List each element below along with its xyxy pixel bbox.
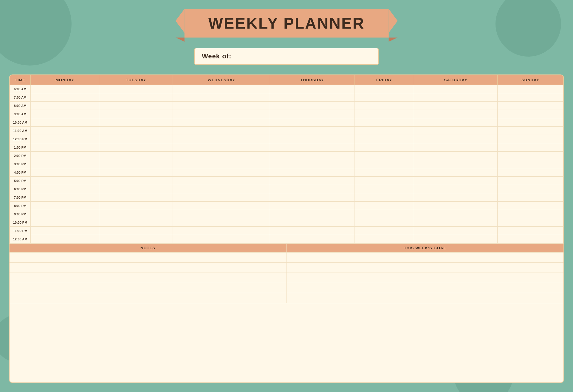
schedule-cell[interactable]	[414, 143, 498, 152]
goals-line-5[interactable]	[286, 293, 563, 303]
schedule-cell[interactable]	[31, 202, 99, 210]
schedule-cell[interactable]	[173, 135, 270, 143]
schedule-cell[interactable]	[414, 177, 498, 185]
schedule-cell[interactable]	[414, 135, 498, 143]
schedule-cell[interactable]	[173, 210, 270, 218]
schedule-cell[interactable]	[99, 160, 173, 168]
goals-line-4[interactable]	[286, 283, 563, 293]
schedule-cell[interactable]	[31, 185, 99, 193]
schedule-cell[interactable]	[354, 93, 414, 102]
schedule-cell[interactable]	[414, 235, 498, 243]
schedule-cell[interactable]	[414, 118, 498, 127]
schedule-cell[interactable]	[99, 177, 173, 185]
schedule-cell[interactable]	[173, 118, 270, 127]
schedule-cell[interactable]	[498, 93, 563, 102]
schedule-cell[interactable]	[270, 193, 354, 202]
schedule-cell[interactable]	[99, 168, 173, 177]
schedule-cell[interactable]	[99, 235, 173, 243]
schedule-cell[interactable]	[498, 85, 563, 93]
schedule-cell[interactable]	[354, 193, 414, 202]
schedule-cell[interactable]	[498, 185, 563, 193]
schedule-cell[interactable]	[99, 127, 173, 135]
schedule-cell[interactable]	[270, 85, 354, 93]
schedule-cell[interactable]	[270, 143, 354, 152]
schedule-cell[interactable]	[354, 118, 414, 127]
schedule-cell[interactable]	[354, 235, 414, 243]
schedule-cell[interactable]	[173, 152, 270, 160]
schedule-cell[interactable]	[270, 168, 354, 177]
schedule-cell[interactable]	[270, 210, 354, 218]
schedule-cell[interactable]	[498, 110, 563, 118]
schedule-cell[interactable]	[354, 202, 414, 210]
schedule-cell[interactable]	[270, 235, 354, 243]
schedule-cell[interactable]	[270, 202, 354, 210]
schedule-cell[interactable]	[31, 218, 99, 227]
schedule-cell[interactable]	[31, 85, 99, 93]
schedule-cell[interactable]	[99, 218, 173, 227]
week-of-box[interactable]: Week of:	[194, 48, 379, 65]
schedule-cell[interactable]	[354, 227, 414, 235]
schedule-cell[interactable]	[99, 110, 173, 118]
goals-line-2[interactable]	[286, 263, 563, 273]
schedule-cell[interactable]	[354, 102, 414, 110]
schedule-cell[interactable]	[173, 168, 270, 177]
schedule-cell[interactable]	[414, 168, 498, 177]
schedule-cell[interactable]	[99, 85, 173, 93]
notes-line-1[interactable]	[10, 253, 286, 263]
schedule-cell[interactable]	[173, 185, 270, 193]
schedule-cell[interactable]	[414, 85, 498, 93]
schedule-cell[interactable]	[270, 135, 354, 143]
goals-line-3[interactable]	[286, 273, 563, 283]
schedule-cell[interactable]	[414, 210, 498, 218]
schedule-cell[interactable]	[498, 210, 563, 218]
schedule-cell[interactable]	[498, 152, 563, 160]
schedule-cell[interactable]	[173, 102, 270, 110]
schedule-cell[interactable]	[31, 93, 99, 102]
schedule-cell[interactable]	[354, 85, 414, 93]
schedule-cell[interactable]	[414, 218, 498, 227]
schedule-cell[interactable]	[498, 168, 563, 177]
notes-line-5[interactable]	[10, 293, 286, 303]
schedule-cell[interactable]	[354, 210, 414, 218]
schedule-cell[interactable]	[270, 218, 354, 227]
schedule-cell[interactable]	[31, 127, 99, 135]
schedule-cell[interactable]	[270, 177, 354, 185]
schedule-cell[interactable]	[414, 110, 498, 118]
schedule-cell[interactable]	[99, 202, 173, 210]
schedule-cell[interactable]	[99, 93, 173, 102]
schedule-cell[interactable]	[354, 152, 414, 160]
schedule-cell[interactable]	[173, 235, 270, 243]
schedule-cell[interactable]	[173, 93, 270, 102]
schedule-cell[interactable]	[270, 227, 354, 235]
schedule-cell[interactable]	[99, 118, 173, 127]
schedule-cell[interactable]	[270, 185, 354, 193]
schedule-cell[interactable]	[270, 127, 354, 135]
schedule-cell[interactable]	[498, 118, 563, 127]
schedule-cell[interactable]	[354, 160, 414, 168]
schedule-cell[interactable]	[31, 235, 99, 243]
schedule-cell[interactable]	[99, 143, 173, 152]
schedule-cell[interactable]	[31, 177, 99, 185]
schedule-cell[interactable]	[99, 135, 173, 143]
schedule-cell[interactable]	[414, 127, 498, 135]
schedule-cell[interactable]	[99, 227, 173, 235]
schedule-cell[interactable]	[498, 177, 563, 185]
schedule-cell[interactable]	[414, 152, 498, 160]
schedule-cell[interactable]	[31, 168, 99, 177]
schedule-cell[interactable]	[354, 185, 414, 193]
schedule-cell[interactable]	[99, 152, 173, 160]
schedule-cell[interactable]	[173, 218, 270, 227]
schedule-cell[interactable]	[354, 135, 414, 143]
schedule-cell[interactable]	[31, 110, 99, 118]
schedule-cell[interactable]	[498, 135, 563, 143]
schedule-cell[interactable]	[354, 218, 414, 227]
schedule-cell[interactable]	[414, 227, 498, 235]
schedule-cell[interactable]	[498, 235, 563, 243]
notes-line-3[interactable]	[10, 273, 286, 283]
schedule-cell[interactable]	[414, 93, 498, 102]
schedule-cell[interactable]	[270, 110, 354, 118]
schedule-cell[interactable]	[270, 102, 354, 110]
schedule-cell[interactable]	[414, 160, 498, 168]
schedule-cell[interactable]	[99, 185, 173, 193]
schedule-cell[interactable]	[173, 160, 270, 168]
